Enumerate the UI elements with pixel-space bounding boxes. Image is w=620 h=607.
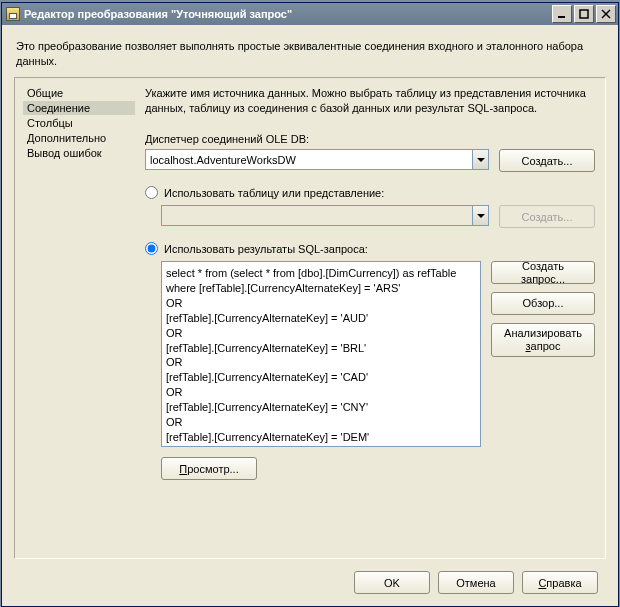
cancel-button[interactable]: Отмена (438, 571, 514, 594)
option-sql-row[interactable]: Использовать результаты SQL-запроса: (145, 242, 595, 255)
dialog-description: Это преобразование позволяет выполнять п… (14, 35, 606, 77)
nav-item-general[interactable]: Общие (23, 86, 135, 100)
titlebar: Редактор преобразования "Уточняющий запр… (2, 3, 618, 25)
nav-item-connection[interactable]: Соединение (23, 101, 135, 115)
radio-use-sql[interactable] (145, 242, 158, 255)
option-table-label: Использовать таблицу или представление: (164, 187, 384, 199)
minimize-button[interactable] (552, 5, 572, 23)
chevron-down-icon (477, 214, 485, 218)
option-sql-label: Использовать результаты SQL-запроса: (164, 243, 368, 255)
preview-button[interactable]: Просмотр... (161, 457, 257, 480)
chevron-down-icon (477, 158, 485, 162)
connection-combo[interactable] (145, 149, 489, 170)
instruction-text: Укажите имя источника данных. Можно выбр… (145, 86, 595, 116)
app-icon (6, 7, 20, 21)
table-input (161, 205, 472, 226)
sql-textarea[interactable]: select * from (select * from [dbo].[DimC… (161, 261, 481, 447)
connection-input[interactable] (145, 149, 472, 170)
maximize-button[interactable] (574, 5, 594, 23)
nav-item-advanced[interactable]: Дополнительно (23, 131, 135, 145)
browse-button[interactable]: Обзор... (491, 292, 595, 315)
option-table-row[interactable]: Использовать таблицу или представление: (145, 186, 595, 199)
connection-label: Диспетчер соединений OLE DB: (145, 133, 595, 145)
nav-item-error-output[interactable]: Вывод ошибок (23, 146, 135, 160)
help-button[interactable]: Справка (522, 571, 598, 594)
create-connection-button[interactable]: Создать... (499, 149, 595, 172)
parse-query-button[interactable]: Анализироватьзапрос (491, 323, 595, 357)
create-table-button: Создать... (499, 205, 595, 228)
window-title: Редактор преобразования "Уточняющий запр… (24, 8, 292, 20)
dialog-footer: OK Отмена Справка (14, 559, 606, 606)
dialog-window: Редактор преобразования "Уточняющий запр… (1, 2, 619, 607)
svg-rect-1 (580, 10, 588, 18)
content-panel: Укажите имя источника данных. Можно выбр… (135, 86, 597, 550)
nav-item-columns[interactable]: Столбцы (23, 116, 135, 130)
table-dropdown-button (472, 205, 489, 226)
main-panel: Общие Соединение Столбцы Дополнительно В… (14, 77, 606, 559)
ok-button[interactable]: OK (354, 571, 430, 594)
table-combo (161, 205, 489, 226)
nav-list: Общие Соединение Столбцы Дополнительно В… (23, 86, 135, 550)
build-query-button[interactable]: Создать запрос... (491, 261, 595, 284)
connection-dropdown-button[interactable] (472, 149, 489, 170)
close-button[interactable] (596, 5, 616, 23)
radio-use-table[interactable] (145, 186, 158, 199)
